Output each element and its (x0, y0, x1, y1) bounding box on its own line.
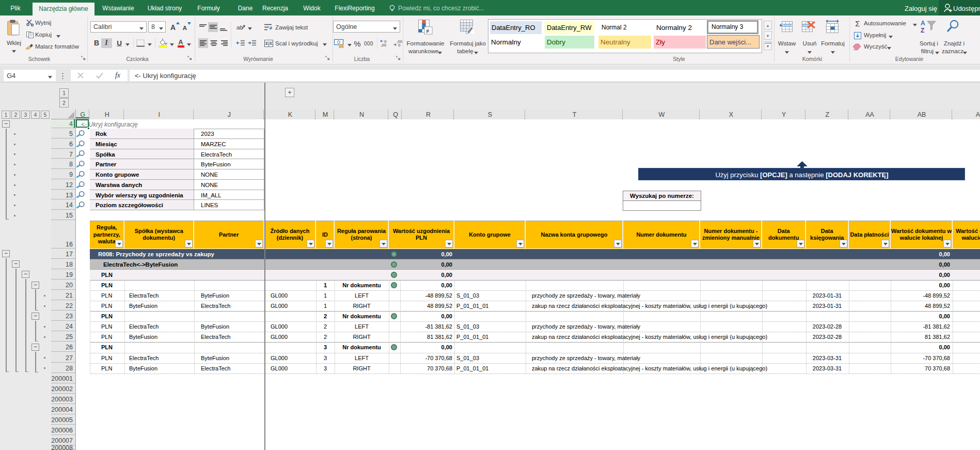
svg-text:,00: ,00 (381, 43, 387, 47)
svg-text:≠: ≠ (426, 27, 430, 35)
svg-text:0: 0 (398, 43, 401, 47)
svg-text:A: A (921, 20, 925, 27)
svg-text:Z: Z (921, 27, 924, 34)
